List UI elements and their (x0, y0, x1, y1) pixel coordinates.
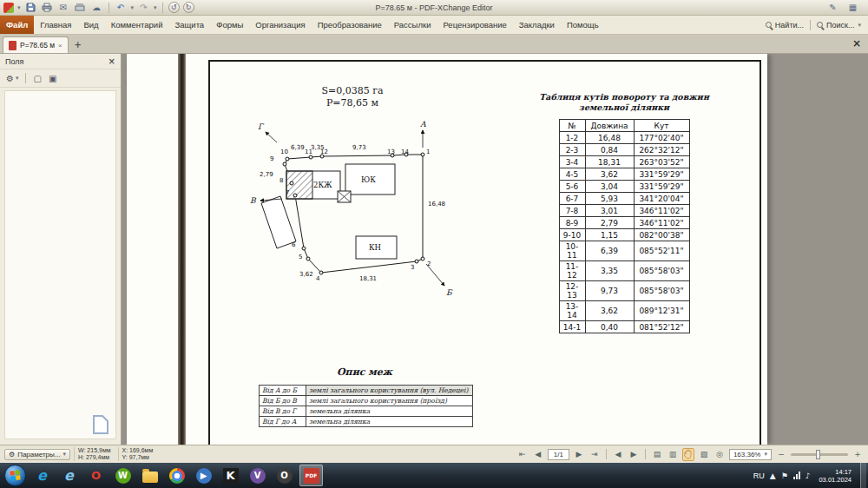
edit-mode-icon[interactable]: ✎ (826, 2, 839, 14)
start-button[interactable] (4, 465, 26, 486)
taskbar-icon-pdf-editor[interactable]: PDF (299, 465, 323, 486)
plot-label: 14 (401, 148, 409, 155)
hand-tool-button[interactable] (682, 448, 694, 461)
taskbar-icon-o-app[interactable]: O (273, 465, 296, 486)
save-icon[interactable] (24, 2, 37, 14)
divider (25, 73, 26, 83)
document-tab[interactable]: P=78.65 м × (3, 36, 69, 53)
menu-item-7[interactable]: Организация (249, 16, 311, 34)
quick-access-caret-icon[interactable]: ▾ (17, 4, 21, 11)
redo-icon[interactable]: ↷ (137, 2, 150, 14)
network-icon[interactable] (793, 472, 800, 479)
undo-icon[interactable]: ↶ (115, 2, 128, 14)
borders-table-row: Від А до Бземлі загального користування … (260, 386, 473, 396)
taskbar-icon-media-player[interactable]: ▶ (192, 465, 215, 486)
parameters-dropdown[interactable]: ⚙ Параметры... ▾ (4, 449, 70, 460)
taskbar-icon-ie[interactable]: e (30, 465, 54, 486)
caret-icon: ▾ (764, 451, 767, 458)
next-view-button[interactable]: ▶ (628, 448, 640, 461)
zoom-value: 163,36% (733, 451, 761, 458)
menu-item-5[interactable]: Защита (168, 16, 210, 34)
taskbar-icon-folder[interactable] (138, 465, 161, 486)
find-button[interactable]: Найти... (766, 21, 804, 30)
taskbar-icon-browser-e[interactable]: e (57, 465, 81, 486)
action-center-icon[interactable]: ⚑ (781, 472, 788, 480)
fields-list[interactable] (4, 90, 116, 439)
angle-table-row: 3-418,31263°03'52" (559, 156, 689, 168)
zoom-out-button[interactable]: − (775, 448, 787, 461)
language-indicator[interactable]: RU (753, 472, 765, 480)
angle-table-header: Довжина (585, 120, 634, 132)
plot-label: 2 (427, 260, 431, 267)
divider (645, 449, 646, 459)
plot-drawing: 2КЖ ЮК КН (247, 115, 464, 306)
show-desktop-button[interactable] (860, 463, 866, 488)
zoom-level-dropdown[interactable]: 163,36% ▾ (729, 449, 772, 460)
redo-caret-icon[interactable]: ▾ (154, 4, 157, 11)
scan-icon[interactable] (74, 2, 87, 14)
previous-page-button[interactable]: ◀ (532, 448, 544, 461)
previous-view-button[interactable]: ◀ (612, 448, 624, 461)
plot-label: 6 (292, 241, 296, 248)
menu-item-4[interactable]: Комментарий (105, 16, 169, 34)
document-view-area[interactable]: S=0,0385 га P=78,65 м (122, 54, 868, 445)
close-document-button[interactable]: × (849, 36, 865, 51)
taskbar-icon-viber[interactable]: V (246, 465, 269, 486)
add-field-button[interactable]: ▣ (47, 73, 58, 84)
menu-item-3[interactable]: Вид (77, 16, 104, 34)
print-icon[interactable] (41, 2, 54, 14)
menu-item-6[interactable]: Формы (210, 16, 249, 34)
fields-panel: Поля × ⚙ ▾ ▢ ▣ (0, 54, 122, 445)
snapshot-tool-button[interactable]: ▧ (698, 448, 710, 461)
fields-options-button[interactable]: ⚙ ▾ (4, 73, 20, 84)
zoom-slider[interactable] (791, 453, 848, 456)
menu-item-8[interactable]: Преобразование (312, 16, 388, 34)
volume-icon[interactable]: ♪ (806, 472, 811, 480)
taskbar-icon-chrome[interactable] (165, 465, 188, 486)
cloud-icon[interactable]: ☁ (90, 2, 103, 14)
borders-table-row: Від Г до Аземельна ділянка (260, 417, 473, 427)
plot-label: 13 (387, 148, 395, 155)
angle-table-header: № (559, 120, 585, 132)
layout-grid-icon[interactable]: ▦ (846, 2, 859, 14)
angle-table-block: Таблиця кутів повороту та довжин земельн… (517, 92, 731, 333)
tab-close-icon[interactable]: × (58, 42, 62, 49)
borders-table-row: Від Б до Вземлі загального користування … (260, 396, 473, 406)
menu-item-9[interactable]: Рассылки (388, 16, 437, 34)
search-button[interactable]: Поиск... ▾ (817, 21, 861, 30)
email-icon[interactable]: ✉ (57, 2, 70, 14)
taskbar-icon-k-app[interactable]: K (219, 465, 242, 486)
zoom-slider-thumb[interactable] (816, 450, 820, 459)
menu-item-1[interactable]: Файл (0, 16, 34, 34)
menu-items: ФайлГлавнаяВидКомментарийЗащитаФормыОрга… (0, 16, 605, 34)
history-forward-button[interactable]: ↻ (183, 2, 194, 13)
menu-bar: ФайлГлавнаяВидКомментарийЗащитаФормыОрга… (0, 16, 868, 35)
menu-item-10[interactable]: Рецензирование (437, 16, 512, 34)
new-tab-button[interactable]: + (71, 37, 85, 51)
last-page-button[interactable]: ⇥ (589, 448, 601, 461)
building-label: 2КЖ (313, 181, 332, 189)
select-tool-button[interactable]: ◎ (713, 448, 726, 461)
clock[interactable]: 14:17 03.01.2024 (815, 468, 855, 484)
plot-label: 5 (299, 254, 302, 260)
next-page-button[interactable]: ▶ (573, 448, 585, 461)
menu-item-11[interactable]: Закладки (513, 16, 561, 34)
taskbar-icon-webmoney[interactable]: W (111, 465, 135, 486)
plot-label: 1 (426, 148, 430, 155)
first-page-button[interactable]: ⇤ (516, 448, 529, 461)
zoom-in-button[interactable]: + (852, 448, 864, 461)
history-back-button[interactable]: ↺ (168, 2, 180, 13)
page-number-field[interactable]: 1/1 (548, 449, 569, 460)
undo-caret-icon[interactable]: ▾ (131, 4, 135, 11)
single-page-layout-button[interactable]: ▤ (651, 448, 663, 461)
hidden-icons-button[interactable]: ▲ (770, 472, 776, 480)
windows-taskbar: eeOW▶KVOPDF RU ▲ ⚑ ♪ 14:17 03.01.2024 (0, 463, 868, 488)
highlight-fields-button[interactable]: ▢ (31, 73, 43, 84)
borders-table: Від А до Бземлі загального користування … (259, 385, 473, 427)
taskbar-icon-opera[interactable]: O (84, 465, 108, 486)
divider (108, 3, 109, 13)
continuous-layout-button[interactable]: ▥ (667, 448, 679, 461)
menu-item-12[interactable]: Помощь (561, 16, 605, 34)
panel-close-icon[interactable]: × (108, 56, 115, 66)
menu-item-2[interactable]: Главная (34, 16, 77, 34)
